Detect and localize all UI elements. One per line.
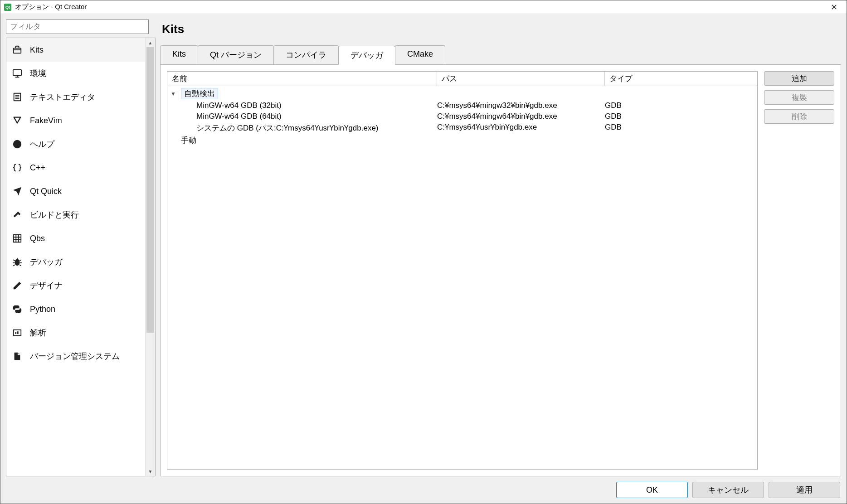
sidebar-item-label: デザイナ bbox=[30, 280, 63, 291]
sidebar-item-vcs[interactable]: バージョン管理システム bbox=[6, 344, 145, 368]
debugger-path: C:¥msys64¥usr¥bin¥gdb.exe bbox=[437, 123, 605, 133]
monitor-icon bbox=[12, 68, 23, 79]
svg-rect-0 bbox=[14, 48, 21, 53]
tree-group[interactable]: ▼自動検出 bbox=[167, 87, 757, 100]
document-lines-icon bbox=[12, 92, 23, 102]
apply-button[interactable]: 適用 bbox=[769, 482, 840, 498]
svg-point-6 bbox=[15, 259, 20, 266]
debugger-path: C:¥msys64¥mingw32¥bin¥gdb.exe bbox=[437, 101, 605, 110]
debugger-name: MinGW-w64 GDB (64bit) bbox=[167, 112, 282, 121]
close-icon[interactable]: ✕ bbox=[825, 2, 843, 12]
sidebar-item-python[interactable]: Python bbox=[6, 297, 145, 321]
debugger-path: C:¥msys64¥mingw64¥bin¥gdb.exe bbox=[437, 112, 605, 121]
sidebar-item-send[interactable]: Qt Quick bbox=[6, 179, 145, 203]
sidebar-item-label: テキストエディタ bbox=[30, 92, 95, 102]
chevron-down-icon[interactable]: ▼ bbox=[169, 91, 177, 97]
tree-group[interactable]: 手動 bbox=[167, 134, 757, 146]
debugger-tree: 名前 パス タイプ ▼自動検出MinGW-w64 GDB (32bit)C:¥m… bbox=[167, 71, 758, 470]
fakevim-icon bbox=[12, 115, 23, 126]
left-column: Kits環境テキストエディタFakeVim?ヘルプC++Qt Quickビルドと… bbox=[6, 19, 156, 476]
titlebar: Qt オプション - Qt Creator ✕ bbox=[0, 0, 847, 14]
debugger-type: GDB bbox=[605, 101, 757, 110]
tab-デバッガ[interactable]: デバッガ bbox=[338, 46, 395, 65]
sidebar-item-document-lines[interactable]: テキストエディタ bbox=[6, 85, 145, 109]
sidebar-item-label: Qbs bbox=[30, 234, 45, 243]
sidebar-item-braces[interactable]: C++ bbox=[6, 156, 145, 179]
column-header-path[interactable]: パス bbox=[437, 72, 605, 86]
qt-creator-icon: Qt bbox=[4, 4, 11, 11]
braces-icon bbox=[12, 162, 23, 173]
dialog-body: Kits環境テキストエディタFakeVim?ヘルプC++Qt Quickビルドと… bbox=[0, 14, 847, 504]
svg-rect-1 bbox=[13, 70, 21, 76]
sidebar-item-fakevim[interactable]: FakeVim bbox=[6, 109, 145, 132]
sidebar-item-label: デバッガ bbox=[30, 257, 63, 267]
add-button[interactable]: 追加 bbox=[764, 71, 834, 86]
gauge-icon bbox=[12, 327, 23, 338]
sidebar-item-label: Kits bbox=[30, 45, 44, 55]
sidebar-item-monitor[interactable]: 環境 bbox=[6, 62, 145, 85]
sidebar-item-grid[interactable]: Qbs bbox=[6, 227, 145, 250]
sidebar-item-label: C++ bbox=[30, 163, 45, 173]
tab-cmake[interactable]: CMake bbox=[395, 45, 445, 64]
svg-text:?: ? bbox=[15, 141, 19, 148]
right-column: Kits KitsQt バージョンコンパイラデバッガCMake 名前 パス タイ… bbox=[160, 19, 841, 476]
pencil-icon bbox=[12, 280, 23, 291]
debugger-type: GDB bbox=[605, 123, 757, 133]
dialog-footer: OK キャンセル 適用 bbox=[6, 480, 841, 498]
sidebar-item-label: 解析 bbox=[30, 327, 46, 338]
python-icon bbox=[12, 304, 23, 315]
sidebar-item-label: 環境 bbox=[30, 68, 46, 79]
grid-icon bbox=[12, 233, 23, 244]
tree-group-label: 自動検出 bbox=[179, 88, 218, 99]
send-icon bbox=[12, 186, 23, 197]
tree-row[interactable]: システムの GDB (パス:C:¥msys64¥usr¥bin¥gdb.exe)… bbox=[167, 122, 757, 134]
hammer-icon bbox=[12, 209, 23, 220]
tab-qt-バージョン[interactable]: Qt バージョン bbox=[198, 45, 274, 64]
tree-group-label: 手動 bbox=[179, 135, 196, 145]
scroll-down-icon[interactable]: ▼ bbox=[146, 467, 155, 476]
sidebar-item-label: ビルドと実行 bbox=[30, 209, 79, 220]
cancel-button[interactable]: キャンセル bbox=[692, 482, 764, 498]
svg-rect-5 bbox=[14, 235, 21, 242]
vcs-icon bbox=[12, 351, 23, 362]
window-title: オプション - Qt Creator bbox=[15, 3, 87, 11]
options-dialog: Qt オプション - Qt Creator ✕ Kits環境テキストエディタFa… bbox=[0, 0, 847, 504]
filter-input[interactable] bbox=[6, 19, 149, 34]
kits-icon bbox=[12, 44, 23, 55]
sidebar-item-label: バージョン管理システム bbox=[30, 351, 120, 362]
scroll-thumb[interactable] bbox=[146, 47, 154, 333]
tab-kits[interactable]: Kits bbox=[160, 45, 198, 64]
sidebar: Kits環境テキストエディタFakeVim?ヘルプC++Qt Quickビルドと… bbox=[6, 38, 156, 476]
sidebar-item-bug[interactable]: デバッガ bbox=[6, 250, 145, 274]
sidebar-item-gauge[interactable]: 解析 bbox=[6, 321, 145, 344]
scroll-up-icon[interactable]: ▲ bbox=[146, 38, 155, 47]
remove-button[interactable]: 削除 bbox=[764, 109, 834, 124]
sidebar-item-label: FakeVim bbox=[30, 116, 62, 126]
sidebar-item-label: ヘルプ bbox=[30, 139, 54, 150]
debugger-name: システムの GDB (パス:C:¥msys64¥usr¥bin¥gdb.exe) bbox=[167, 123, 379, 133]
help-icon: ? bbox=[12, 139, 23, 150]
tab-panel-debugger: 名前 パス タイプ ▼自動検出MinGW-w64 GDB (32bit)C:¥m… bbox=[160, 64, 841, 476]
sidebar-scrollbar[interactable]: ▲ ▼ bbox=[145, 38, 155, 476]
tabs: KitsQt バージョンコンパイラデバッガCMake bbox=[160, 45, 841, 64]
sidebar-item-hammer[interactable]: ビルドと実行 bbox=[6, 203, 145, 227]
column-header-type[interactable]: タイプ bbox=[605, 72, 757, 86]
sidebar-item-kits[interactable]: Kits bbox=[6, 38, 145, 62]
tree-row[interactable]: MinGW-w64 GDB (32bit)C:¥msys64¥mingw32¥b… bbox=[167, 100, 757, 111]
sidebar-item-label: Python bbox=[30, 305, 55, 314]
column-header-name[interactable]: 名前 bbox=[167, 72, 437, 86]
tree-row[interactable]: MinGW-w64 GDB (64bit)C:¥msys64¥mingw64¥b… bbox=[167, 111, 757, 122]
ok-button[interactable]: OK bbox=[616, 482, 688, 498]
page-title: Kits bbox=[162, 22, 841, 36]
sidebar-item-label: Qt Quick bbox=[30, 187, 62, 196]
side-buttons: 追加 複製 削除 bbox=[764, 71, 834, 470]
debugger-name: MinGW-w64 GDB (32bit) bbox=[167, 101, 282, 110]
sidebar-item-pencil[interactable]: デザイナ bbox=[6, 274, 145, 297]
tab-コンパイラ[interactable]: コンパイラ bbox=[273, 45, 339, 64]
bug-icon bbox=[12, 257, 23, 267]
sidebar-item-help[interactable]: ?ヘルプ bbox=[6, 132, 145, 156]
tree-header: 名前 パス タイプ bbox=[167, 72, 757, 86]
debugger-type: GDB bbox=[605, 112, 757, 121]
clone-button[interactable]: 複製 bbox=[764, 90, 834, 105]
